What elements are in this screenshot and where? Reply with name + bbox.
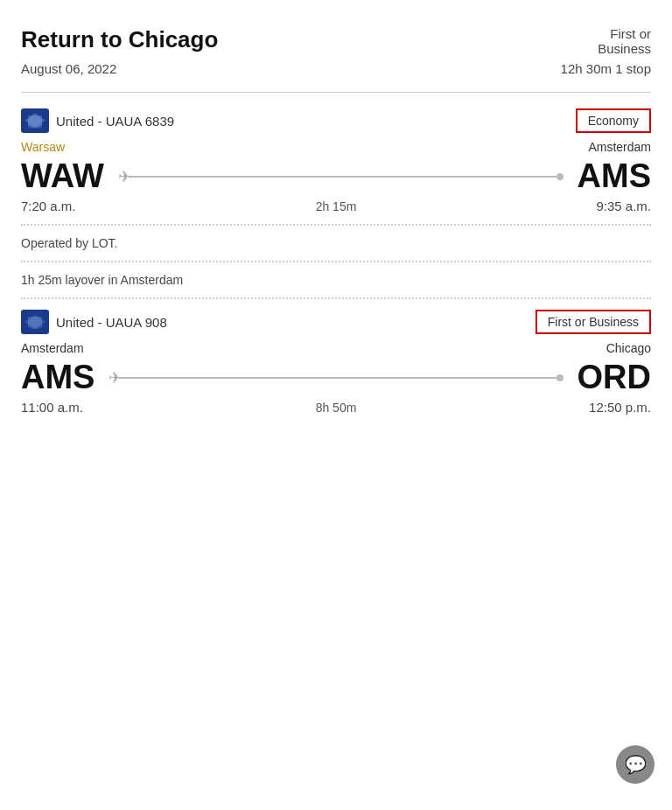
chat-icon: 💬 bbox=[625, 754, 647, 775]
chat-fab-button[interactable]: 💬 bbox=[616, 745, 654, 784]
duration-stops: 12h 30m 1 stop bbox=[561, 61, 651, 76]
cabin-badge-1[interactable]: Economy bbox=[576, 108, 651, 133]
segment-duration-1: 2h 15m bbox=[76, 199, 597, 213]
arrow-dot-2 bbox=[556, 374, 564, 381]
airline-row-2: United - UAUA 908 First or Business bbox=[21, 310, 651, 334]
dotted-divider-3 bbox=[21, 297, 651, 299]
dest-time-2: 12:50 p.m. bbox=[589, 400, 651, 415]
flight-date: August 06, 2022 bbox=[21, 61, 116, 76]
airline-info-1: United - UAUA 6839 bbox=[21, 108, 174, 133]
city-names-2: Amsterdam Chicago bbox=[21, 341, 651, 355]
flight-arrow-1: ✈ bbox=[104, 167, 578, 186]
class-label: First orBusiness bbox=[598, 26, 651, 56]
origin-time-1: 7:20 a.m. bbox=[21, 199, 76, 213]
date-duration-row: August 06, 2022 12h 30m 1 stop bbox=[21, 61, 651, 76]
dest-city-1: Amsterdam bbox=[588, 140, 651, 154]
dest-time-1: 9:35 a.m. bbox=[596, 199, 651, 213]
iata-row-1: WAW ✈ AMS bbox=[21, 157, 651, 195]
arrow-line-2 bbox=[118, 377, 556, 379]
dest-iata-2: ORD bbox=[578, 359, 651, 396]
iata-row-2: AMS ✈ ORD bbox=[21, 359, 651, 396]
layover-1: 1h 25m layover in Amsterdam bbox=[21, 273, 651, 287]
origin-iata-1: WAW bbox=[21, 157, 104, 195]
header-divider bbox=[21, 92, 651, 93]
arrow-dot-1 bbox=[556, 173, 564, 180]
dotted-divider-2 bbox=[21, 261, 651, 262]
origin-city-2: Amsterdam bbox=[21, 341, 84, 355]
united-logo-1 bbox=[21, 108, 49, 133]
origin-time-2: 11:00 a.m. bbox=[21, 400, 83, 415]
dest-city-2: Chicago bbox=[606, 341, 651, 355]
time-row-1: 7:20 a.m. 2h 15m 9:35 a.m. bbox=[21, 199, 651, 213]
airline-name-2: United - UAUA 908 bbox=[56, 315, 167, 330]
origin-city-1: Warsaw bbox=[21, 140, 65, 154]
operated-by-1: Operated by LOT. bbox=[21, 236, 651, 250]
cabin-badge-2[interactable]: First or Business bbox=[536, 310, 651, 334]
page-title: Return to Chicago bbox=[21, 26, 218, 53]
united-logo-2 bbox=[21, 310, 49, 334]
page-header: Return to Chicago First orBusiness bbox=[21, 26, 651, 56]
time-row-2: 11:00 a.m. 8h 50m 12:50 p.m. bbox=[21, 400, 651, 415]
airline-info-2: United - UAUA 908 bbox=[21, 310, 167, 334]
flight-segment-1: United - UAUA 6839 Economy Warsaw Amster… bbox=[21, 108, 651, 213]
flight-arrow-2: ✈ bbox=[94, 368, 577, 388]
dest-iata-1: AMS bbox=[578, 157, 651, 195]
airline-row-1: United - UAUA 6839 Economy bbox=[21, 108, 651, 133]
segment-duration-2: 8h 50m bbox=[83, 401, 589, 415]
arrow-line-1 bbox=[128, 176, 556, 178]
city-names-1: Warsaw Amsterdam bbox=[21, 140, 651, 154]
airline-name-1: United - UAUA 6839 bbox=[56, 114, 174, 129]
flight-segment-2: United - UAUA 908 First or Business Amst… bbox=[21, 310, 651, 415]
dotted-divider-1 bbox=[21, 224, 651, 226]
origin-iata-2: AMS bbox=[21, 359, 94, 396]
class-info: First orBusiness bbox=[598, 26, 651, 56]
